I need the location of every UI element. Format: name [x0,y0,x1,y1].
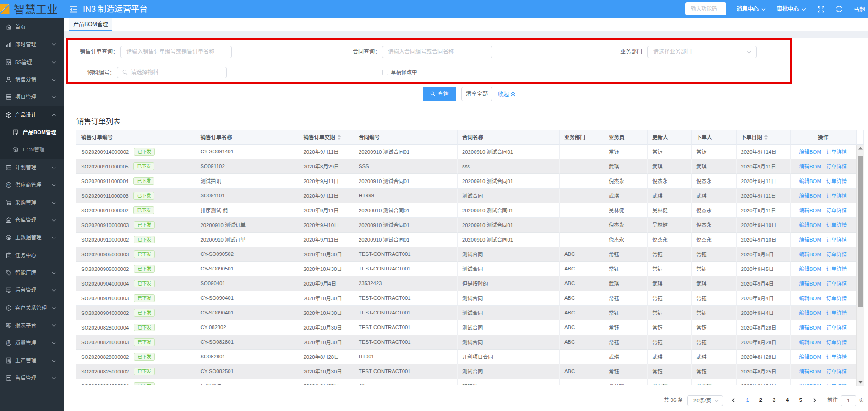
svg-text:质: 质 [7,341,10,345]
svg-text:报: 报 [7,324,10,327]
svg-text:供: 供 [7,183,10,187]
